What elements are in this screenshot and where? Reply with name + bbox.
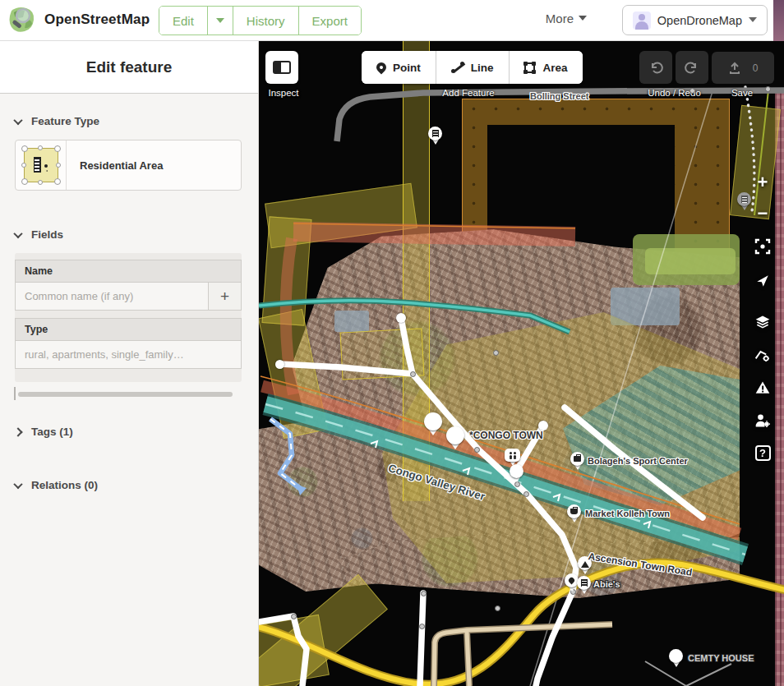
add-line-button[interactable]: Line [436,51,510,84]
add-point-button[interactable]: Point [362,51,436,84]
chevron-right-icon [13,427,22,436]
history-button[interactable]: History [233,7,299,35]
add-field-button[interactable]: + [208,283,241,310]
way-vertex[interactable] [474,447,480,453]
label-bolling-street: Bolling Street [530,91,589,101]
tags-section-label: Tags (1) [31,426,73,438]
feature-type-section-label: Feature Type [31,115,99,127]
label-bolageh: Bolageh's Sport Center [588,456,688,466]
inspect-label: Inspect [261,88,307,98]
marker-market[interactable] [567,504,581,527]
way-vertex[interactable] [523,491,529,497]
edit-button[interactable]: Edit [159,7,208,35]
undo-icon [648,60,663,75]
page-title: Edit feature [86,58,173,76]
background-settings-button[interactable] [750,311,775,334]
way-endpoint[interactable] [396,313,406,323]
map-canvas[interactable]: Bolling Street *CONGO TOWN Congo Valley … [259,41,784,686]
user-preferences-button[interactable] [750,409,775,432]
osm-brand[interactable]: OpenStreetMap [7,4,150,35]
zoom-in-button[interactable]: + [750,171,775,194]
marker-abies[interactable] [577,576,591,598]
way-vertex[interactable] [421,591,427,596]
navigation-arrow-icon [755,274,770,288]
upload-icon [728,62,741,75]
edit-feature-sidebar: Edit feature Feature Type Residential Ar… [0,41,259,686]
line-icon [451,61,464,74]
way-vertex[interactable] [689,88,695,94]
save-count-badge: 0 [753,62,759,74]
marker-plain-pin[interactable] [424,412,442,441]
chevron-down-icon [216,18,224,27]
add-feature-label: Add Feature [431,88,505,98]
layers-icon [754,314,771,330]
map-data-button[interactable] [750,344,775,367]
road-ascension-casing [259,563,784,684]
type-input[interactable] [16,341,241,368]
highlight-band-left [286,238,293,394]
river-congo-valley[interactable] [265,404,745,555]
way-vertex[interactable] [291,614,297,619]
redo-icon [685,60,699,75]
more-menu[interactable]: More [546,12,587,25]
stream-casing [259,301,570,332]
undo-button[interactable] [639,51,672,84]
fields-section-toggle[interactable]: Fields [15,228,63,241]
way-vertex[interactable] [493,350,499,356]
toilets-icon [509,452,516,459]
building-icon [741,196,748,203]
preset-residential-area[interactable]: Residential Area [15,140,242,191]
name-field-label: Name [16,260,241,283]
osm-logo-icon [7,4,38,35]
map-data-icon [754,348,771,364]
point-icon [375,61,389,75]
add-area-button[interactable]: Area [510,51,583,84]
label-congo-town: *CONGO TOWN [469,430,543,441]
export-button[interactable]: Export [299,7,361,35]
redo-button[interactable] [676,51,708,84]
more-label: More [546,12,574,25]
zoom-to-selection-button[interactable] [750,235,775,258]
scrollbar-tick [14,387,16,400]
water-drop-icon [568,577,576,585]
name-input[interactable] [16,283,208,310]
relations-section-toggle[interactable]: Relations (0) [15,479,98,491]
marker-cemty-house[interactable] [669,649,683,671]
marker-gray-poi[interactable] [737,192,751,214]
stream-blue[interactable] [270,419,302,490]
marker-hotel-pin[interactable] [428,127,442,149]
chevron-down-icon [13,228,22,237]
issues-button[interactable] [750,376,775,399]
marker-plain-pin[interactable] [510,464,523,486]
map-vector-layer [259,41,784,686]
inspect-button[interactable] [265,51,298,84]
edit-dropdown-button[interactable] [208,7,233,35]
warning-triangle-icon [754,380,771,396]
zoom-out-button[interactable]: − [750,202,775,225]
way-vertex[interactable] [419,624,425,629]
residential-area-icon [24,148,58,182]
way-endpoint[interactable] [275,360,284,369]
tags-section-toggle[interactable]: Tags (1) [15,426,73,438]
way-vertex[interactable] [495,605,500,611]
add-feature-toolbar: Point Line Area [362,51,583,84]
window-edge-strip [773,0,784,41]
help-button[interactable]: ? [750,441,775,464]
boundary-chevron [645,661,731,686]
geolocate-button[interactable] [750,269,775,292]
way-vertex[interactable] [410,371,416,377]
parcel-edge-line [754,90,768,215]
sidebar-header: Edit feature [0,41,258,94]
horizontal-scrollbar[interactable] [18,392,233,397]
feature-type-section-toggle[interactable]: Feature Type [15,115,99,127]
save-label: Save [717,88,767,98]
briefcase-icon [574,456,581,462]
marker-sport-center[interactable] [570,452,584,474]
marker-plain-pin[interactable] [446,426,464,455]
way-vertex[interactable] [765,86,771,92]
basket-icon [570,509,578,514]
inspect-icon [273,61,291,74]
user-menu-button[interactable]: OpenDroneMap [622,5,768,35]
save-button[interactable]: 0 [712,52,774,84]
label-cemty-house: CEMTY HOUSE [688,653,754,663]
